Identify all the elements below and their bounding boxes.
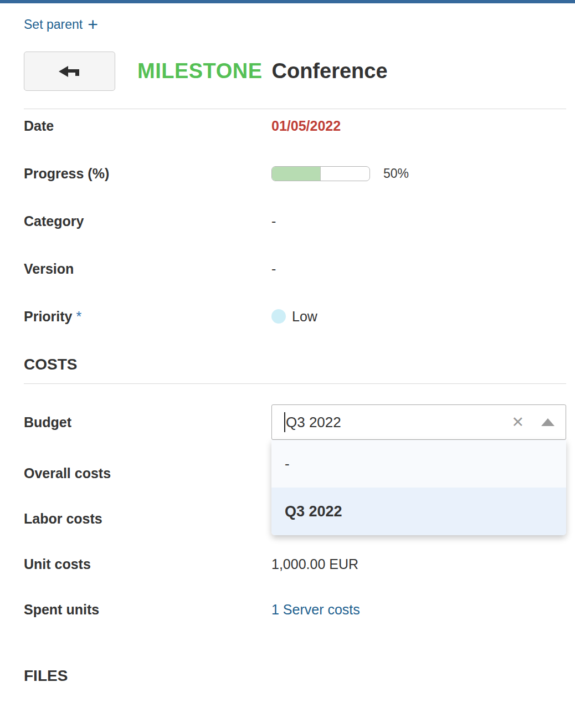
budget-combobox-input[interactable]: Q3 2022 ✕ (271, 404, 566, 440)
work-package-detail: Set parent + MILESTONE Conference Date 0… (0, 3, 575, 685)
field-row-date: Date 01/05/2022 (24, 116, 566, 135)
work-package-subject[interactable]: Conference (272, 59, 388, 83)
header: MILESTONE Conference (24, 52, 566, 91)
field-row-budget: Budget Q3 2022 ✕ - Q3 2022 (24, 404, 566, 440)
priority-label-text: Priority (24, 309, 73, 324)
plus-icon: + (88, 18, 98, 31)
page-title: MILESTONE Conference (137, 59, 388, 83)
budget-combobox: Q3 2022 ✕ - Q3 2022 (271, 404, 566, 440)
back-arrow-icon (59, 64, 81, 79)
header-divider (24, 109, 566, 109)
field-row-category: Category - (24, 212, 566, 230)
budget-option-empty[interactable]: - (271, 440, 566, 488)
overall-costs-label: Overall costs (24, 465, 271, 481)
attributes-group: Date 01/05/2022 Progress (%) 50% Categor… (24, 116, 566, 326)
date-value[interactable]: 01/05/2022 (271, 118, 341, 134)
category-label: Category (24, 213, 271, 229)
spent-units-label: Spent units (24, 602, 271, 618)
priority-dot-icon (271, 309, 286, 324)
labor-costs-label: Labor costs (24, 511, 271, 527)
unit-costs-value: 1,000.00 EUR (271, 556, 358, 572)
spent-units-link[interactable]: 1 Server costs (271, 602, 360, 618)
budget-input-value: Q3 2022 (286, 414, 511, 431)
set-parent-label: Set parent (24, 17, 83, 32)
budget-dropdown-menu: - Q3 2022 (271, 440, 566, 535)
back-button[interactable] (24, 52, 115, 91)
unit-costs-label: Unit costs (24, 556, 271, 572)
clear-icon[interactable]: ✕ (511, 415, 524, 430)
date-label: Date (24, 118, 271, 134)
progress-percent-text: 50% (383, 166, 409, 181)
costs-divider (24, 383, 566, 384)
field-row-progress: Progress (%) 50% (24, 164, 566, 183)
text-cursor (284, 412, 285, 432)
costs-section-heading: COSTS (24, 355, 566, 374)
work-package-type: MILESTONE (137, 59, 263, 83)
priority-value-text: Low (292, 309, 317, 325)
version-value[interactable]: - (271, 261, 276, 277)
category-value[interactable]: - (271, 213, 276, 229)
progress-label: Progress (%) (24, 166, 271, 182)
version-label: Version (24, 261, 271, 277)
set-parent-link[interactable]: Set parent + (24, 17, 98, 32)
progress-fill (272, 167, 321, 181)
progress-bar (271, 166, 370, 181)
files-section-heading: FILES (24, 667, 566, 685)
priority-label: Priority* (24, 309, 271, 325)
budget-label: Budget (24, 414, 271, 430)
progress-value[interactable]: 50% (271, 166, 409, 181)
budget-option-q3-2022[interactable]: Q3 2022 (271, 488, 566, 535)
field-row-version: Version - (24, 259, 566, 278)
field-row-priority: Priority* Low (24, 307, 566, 326)
chevron-up-icon[interactable] (541, 418, 555, 426)
required-asterisk: * (76, 309, 82, 324)
priority-value[interactable]: Low (271, 309, 317, 325)
field-row-unit-costs: Unit costs 1,000.00 EUR (24, 555, 566, 573)
field-row-spent-units: Spent units 1 Server costs (24, 600, 566, 619)
